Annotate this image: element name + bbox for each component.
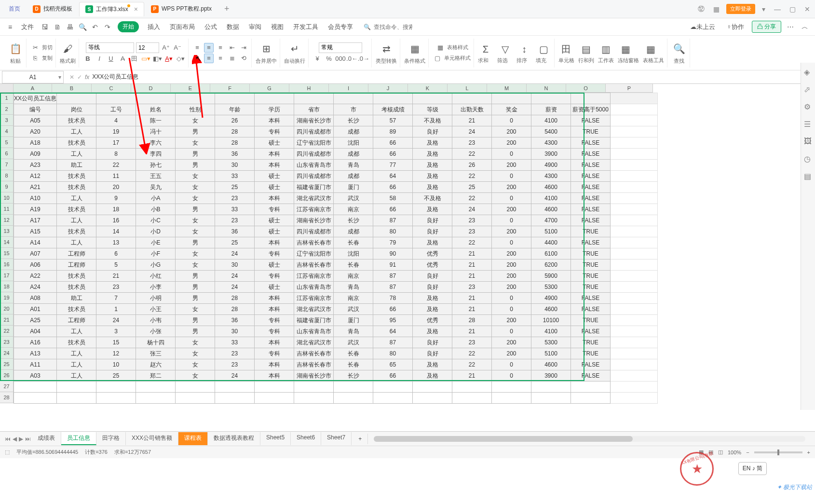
cell[interactable]: 64 [373,171,413,182]
font-name-select[interactable] [86,42,134,53]
cell[interactable]: 奖金 [492,104,531,115]
cell[interactable]: 小A [136,193,176,204]
cell[interactable]: 4600 [531,359,571,370]
cell[interactable]: A19 [14,204,57,215]
row-header[interactable]: 25 [0,359,14,370]
menu-start[interactable]: 开始 [118,21,139,32]
clear-format-icon[interactable]: ◇▾ [176,54,185,64]
cell[interactable] [611,248,658,259]
cell[interactable]: 良好 [413,348,452,359]
cell[interactable] [373,93,413,104]
cell[interactable]: 专科 [255,348,294,359]
cond-format-icon[interactable]: ▦ [407,41,422,56]
cell[interactable]: 24 [452,126,492,137]
cell[interactable] [452,93,492,104]
cell[interactable]: 57 [373,115,413,126]
cell[interactable]: 及格 [413,149,452,160]
cell[interactable]: 90 [373,248,413,259]
cell[interactable]: 0 [492,215,531,226]
row-header[interactable]: 21 [0,314,14,326]
cell[interactable]: 12 [96,348,136,359]
row-header[interactable]: 15 [0,248,14,259]
cell[interactable]: 4600 [531,204,571,215]
cell[interactable]: 湖北省武汉市 [294,337,334,348]
view-break-icon[interactable]: ◫ [718,449,723,455]
cell[interactable]: 25 [215,237,255,248]
cell[interactable] [611,204,658,215]
cloud-status[interactable]: ☁ 未上云 [686,18,719,36]
col-header[interactable]: J [368,84,408,93]
cell[interactable]: 成都 [334,149,373,160]
row-header[interactable]: 4 [0,126,14,137]
cell[interactable]: 不及格 [413,193,452,204]
cell[interactable]: 200 [492,315,531,326]
cell[interactable]: 湖北省武汉市 [294,193,334,204]
cell[interactable]: 200 [492,204,531,215]
row-header[interactable]: 7 [0,159,14,170]
cell[interactable] [611,315,658,326]
cell[interactable]: 0 [492,359,531,370]
sheet-tab[interactable]: Sheet7 [321,432,352,445]
cell[interactable]: A13 [14,348,57,359]
cell[interactable]: 33 [215,337,255,348]
freeze-icon[interactable]: ▦ [618,41,633,57]
cell[interactable] [611,160,658,171]
cell[interactable]: 良好 [413,226,452,237]
cell[interactable]: 23 [215,215,255,226]
cell[interactable] [373,381,413,393]
cell[interactable]: 5400 [531,126,571,137]
cell[interactable]: 技术员 [57,171,96,182]
cell[interactable] [611,348,658,359]
cell-style-icon[interactable]: ▢ [433,54,442,63]
cell[interactable] [176,393,215,404]
col-header[interactable]: H [289,84,329,93]
increase-font-icon[interactable]: A⁺ [161,43,171,53]
cell[interactable]: 21 [452,248,492,259]
cell[interactable]: 男 [176,315,215,326]
row-header[interactable]: 27 [0,381,14,392]
cell[interactable]: 7 [96,293,136,304]
cell[interactable]: 女 [176,226,215,237]
row-header[interactable]: 23 [0,337,14,348]
cell[interactable]: A20 [14,126,57,137]
cell[interactable]: 长沙 [334,370,373,381]
cell[interactable]: 21 [452,259,492,271]
cell[interactable]: 87 [373,215,413,226]
cell[interactable]: 硕士 [255,259,294,271]
cell[interactable]: 200 [492,126,531,137]
cell[interactable] [611,282,658,293]
cell[interactable]: 23 [452,337,492,348]
cell[interactable]: A10 [14,193,57,204]
cell[interactable]: 优秀 [413,315,452,326]
tab-home[interactable]: 首页 [3,2,26,16]
cell[interactable]: 市 [334,104,373,115]
row-header[interactable]: 22 [0,326,14,337]
cell[interactable]: 专科 [255,248,294,259]
cell[interactable]: 工程师 [57,248,96,259]
cell[interactable]: 及格 [413,182,452,193]
cell[interactable]: 24 [215,370,255,381]
cell[interactable]: TRUE [571,226,611,237]
cell[interactable]: 技术员 [57,226,96,237]
cell[interactable]: A17 [14,215,57,226]
cell[interactable]: 200 [492,160,531,171]
menu-layout[interactable]: 页面布局 [166,18,199,36]
cell[interactable]: 95 [373,315,413,326]
cell[interactable]: 本科 [255,149,294,160]
cell[interactable]: 5300 [531,282,571,293]
cell[interactable]: 本科 [255,115,294,126]
cell[interactable]: 薪资 [531,104,571,115]
row-header[interactable]: 2 [0,104,14,115]
cell[interactable]: 及格 [413,137,452,149]
diamond-icon[interactable]: ◈ [804,68,813,76]
cell[interactable]: 小明 [136,293,176,304]
menu-insert[interactable]: 插入 [144,18,164,36]
cell[interactable]: 80 [373,226,413,237]
cell[interactable]: 16 [96,215,136,226]
cell[interactable] [136,393,176,404]
cell[interactable]: 89 [373,126,413,137]
cell[interactable]: 0 [492,237,531,248]
cell[interactable]: 技术员 [57,115,96,126]
cell[interactable]: TRUE [571,315,611,326]
cell[interactable] [611,104,658,115]
